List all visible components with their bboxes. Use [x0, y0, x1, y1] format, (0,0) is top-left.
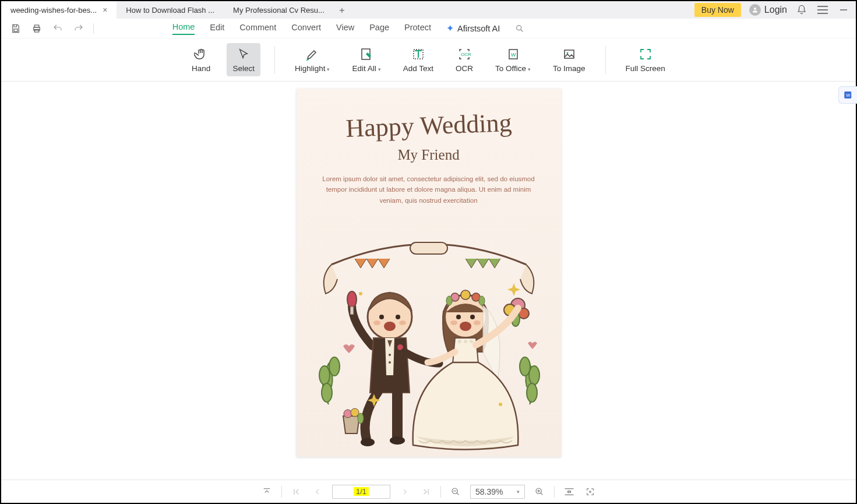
- ai-label: Afirstsoft AI: [457, 24, 500, 33]
- hamburger-icon[interactable]: [816, 3, 829, 16]
- tab-label: My Professional Cv Resu...: [233, 6, 325, 15]
- fit-width-icon[interactable]: [563, 485, 576, 498]
- full-screen-tool[interactable]: Full Screen: [620, 43, 671, 76]
- svg-point-56: [464, 340, 467, 343]
- menu-ai[interactable]: ✦ Afirstsoft AI: [446, 23, 500, 34]
- svg-point-38: [389, 361, 391, 364]
- menu-home[interactable]: Home: [172, 22, 195, 35]
- svg-point-35: [373, 320, 380, 325]
- svg-rect-30: [350, 306, 354, 315]
- tab-label: How to Download Flash ...: [126, 6, 214, 15]
- svg-point-33: [396, 315, 400, 319]
- menu-convert[interactable]: Convert: [291, 23, 321, 34]
- close-icon[interactable]: ×: [103, 5, 107, 15]
- zoom-select[interactable]: 58.39% ▾: [470, 485, 525, 499]
- svg-point-61: [351, 408, 359, 417]
- fullscreen-icon: [639, 47, 653, 62]
- page-number-input[interactable]: 1/1: [332, 485, 390, 499]
- add-text-tool[interactable]: Add Text: [397, 43, 439, 76]
- svg-point-20: [329, 357, 340, 376]
- bell-icon[interactable]: [795, 3, 808, 16]
- chevron-down-icon: ▾: [528, 66, 531, 72]
- svg-point-29: [347, 291, 357, 308]
- to-image-tool[interactable]: To Image: [547, 43, 591, 76]
- svg-line-10: [521, 30, 523, 31]
- card-subtitle: My Friend: [297, 147, 561, 163]
- hand-tool[interactable]: Hand: [186, 43, 216, 76]
- text-icon: [411, 47, 425, 62]
- login-label: Login: [764, 5, 787, 15]
- first-page-icon[interactable]: [290, 485, 303, 498]
- new-tab-button[interactable]: +: [334, 2, 350, 19]
- highlight-tool[interactable]: Highlight▾: [289, 43, 336, 76]
- svg-point-49: [479, 296, 485, 305]
- svg-line-70: [457, 493, 459, 495]
- svg-point-36: [399, 320, 406, 325]
- minimize-icon[interactable]: [837, 3, 850, 16]
- zoom-in-icon[interactable]: [533, 485, 546, 498]
- print-icon[interactable]: [30, 22, 43, 35]
- prev-page-icon[interactable]: [311, 485, 324, 498]
- document-viewport[interactable]: Happy Wedding My Friend Lorem ipsum dolo…: [1, 82, 856, 480]
- to-office-tool[interactable]: W To Office▾: [489, 43, 537, 76]
- edit-icon: [359, 47, 373, 62]
- tool-label: Hand: [192, 64, 210, 73]
- office-icon: W: [506, 47, 520, 62]
- menu-page[interactable]: Page: [369, 23, 389, 34]
- chevron-down-icon: ▾: [327, 66, 330, 72]
- svg-point-34: [384, 322, 396, 331]
- select-tool[interactable]: Select: [227, 43, 260, 76]
- tab-label: weeding-wishes-for-bes...: [10, 6, 97, 15]
- svg-rect-41: [392, 392, 403, 438]
- save-icon[interactable]: [9, 22, 22, 35]
- main-toolbar: Hand Select Highlight▾ Edit All▾ Add Tex…: [1, 38, 856, 82]
- last-page-icon[interactable]: [419, 485, 432, 498]
- tool-label: Add Text: [403, 64, 433, 73]
- separator: [274, 46, 275, 74]
- menu-view[interactable]: View: [336, 23, 354, 34]
- svg-point-32: [379, 315, 384, 319]
- svg-text:W: W: [846, 93, 851, 98]
- side-panel-toggle[interactable]: W: [838, 86, 857, 104]
- svg-point-54: [474, 320, 481, 325]
- menu-protect[interactable]: Protect: [404, 23, 431, 34]
- cursor-icon: [237, 47, 250, 62]
- ocr-tool[interactable]: OCR OCR: [450, 43, 479, 76]
- tab-2[interactable]: How to Download Flash ...: [117, 1, 224, 19]
- menu-comment[interactable]: Comment: [239, 23, 276, 34]
- card-illustration: [297, 230, 561, 457]
- hand-icon: [194, 47, 208, 62]
- image-icon: [562, 47, 576, 62]
- tab-3[interactable]: My Professional Cv Resu...: [224, 1, 334, 19]
- svg-text:W: W: [511, 52, 516, 58]
- zoom-out-icon[interactable]: [449, 485, 462, 498]
- quick-access-bar: Home Edit Comment Convert View Page Prot…: [1, 19, 856, 38]
- document-page: Happy Wedding My Friend Lorem ipsum dolo…: [297, 89, 561, 457]
- svg-point-51: [470, 315, 475, 319]
- menu-edit[interactable]: Edit: [210, 23, 224, 34]
- menu-bar: Home Edit Comment Convert View Page Prot…: [102, 23, 595, 34]
- chevron-down-icon: ▾: [517, 489, 520, 495]
- undo-icon[interactable]: [51, 22, 64, 35]
- tab-1[interactable]: weeding-wishes-for-bes... ×: [1, 1, 117, 19]
- svg-point-62: [358, 413, 364, 424]
- separator: [281, 486, 282, 498]
- svg-point-42: [390, 436, 405, 445]
- tool-label: Select: [232, 64, 255, 73]
- scroll-top-icon[interactable]: [260, 485, 273, 498]
- svg-point-9: [517, 25, 521, 30]
- tool-label: OCR: [456, 64, 473, 73]
- search-icon[interactable]: [515, 24, 524, 33]
- fit-page-icon[interactable]: [584, 485, 597, 498]
- next-page-icon[interactable]: [398, 485, 411, 498]
- svg-rect-18: [410, 242, 447, 254]
- login-button[interactable]: Login: [749, 4, 787, 16]
- svg-point-53: [450, 320, 457, 325]
- redo-icon[interactable]: [72, 22, 85, 35]
- svg-text:OCR: OCR: [461, 52, 471, 57]
- svg-point-23: [520, 357, 530, 376]
- edit-all-tool[interactable]: Edit All▾: [346, 43, 386, 76]
- tool-label: To Office▾: [495, 64, 531, 73]
- svg-point-37: [389, 354, 391, 356]
- buy-now-button[interactable]: Buy Now: [694, 3, 741, 17]
